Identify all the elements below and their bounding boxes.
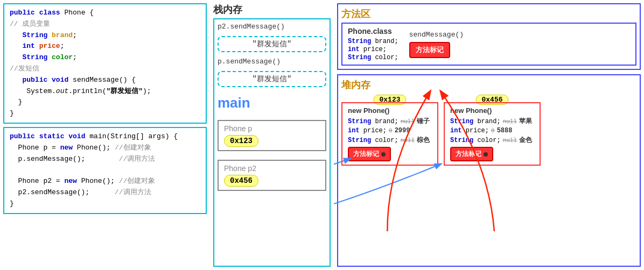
heap-obj1-method-badge: 方法标记 [348,147,391,161]
frame-p2-addr: 0x456 [224,175,258,187]
heap-area-title: 堆内存 [341,79,636,91]
main-label: main [218,95,326,111]
stack-frame-p: Phone p 0x0x123123 [218,120,326,151]
method-field1: String brand; [348,38,398,45]
heap-obj2-title: new Phone() [450,106,534,115]
method-class-block: Phone.class String brand; int price; Str… [348,27,398,61]
stack-bubble2: "群发短信" [218,71,326,87]
heap-obj2-field2: int price; 0 5888 [450,127,534,134]
heap-obj2: new Phone() String brand; null 苹果 int pr… [444,102,541,166]
method-area-title: 方法区 [341,8,636,20]
main-close: } [10,198,200,210]
left-panel: public class Phone { // 成员变量 String bran… [0,0,210,270]
method-fields: String brand; int price; String color; [348,38,398,61]
heap-obj2-field1: String brand; null 苹果 [450,117,534,126]
heap-obj1: new Phone() String brand; null 锤子 int pr… [341,102,438,166]
heap-obj2-method-badge: 方法标记 [450,147,493,161]
stack-call2: p.sendMessage() [218,58,326,66]
code-method1: public void sendMessage() { [10,75,200,86]
method-area-inner: Phone.class String brand; int price; Str… [341,23,636,66]
heap-obj1-title: new Phone() [348,106,432,115]
heap-obj1-field3: String color; null 棕色 [348,136,432,145]
dot-connector2 [484,152,488,157]
heap-obj1-wrapper: 0x123 new Phone() String brand; null 锤子 … [341,102,438,166]
method-area: 方法区 Phone.class String brand; int price;… [337,3,641,70]
heap-obj2-field3: String color; null 金色 [450,136,534,145]
class-code-box: public class Phone { // 成员变量 String bran… [3,3,207,124]
heap-obj2-fields: String brand; null 苹果 int price; 0 5888 … [450,117,534,145]
main-line3: p.sendMessage(); //调用方法 [10,154,200,165]
code-brace2: } [10,108,200,119]
main-line1: public static void main(String[] args) { [10,131,200,143]
method-field2: int price; [348,46,398,53]
method-field3: String color; [348,54,398,61]
method-name: sendMessage() [409,31,464,39]
frame-p2-title: Phone p2 [224,164,320,173]
code-brace1: } [10,97,200,108]
code-field3: String color; [10,52,200,63]
stack-bubble1: "群发短信" [218,36,326,52]
method-area-badge: 方法标记 [409,42,450,58]
main-line2: Phone p = new Phone(); //创建对象 [10,143,200,154]
heap-objects: 0x123 new Phone() String brand; null 锤子 … [341,94,636,166]
middle-panel: 栈内存 p2.sendMessage() "群发短信" p.sendMessag… [210,0,334,270]
kw-class: class [39,9,60,17]
code-field1: String brand; [10,30,200,41]
heap-obj1-fields: String brand; null 锤子 int price; 0 2999 … [348,117,432,145]
code-comment1: // 成员变量 [10,19,200,30]
heap-obj1-field2: int price; 0 2999 [348,127,432,134]
dot-connector1 [381,152,386,157]
kw-public: public [10,9,35,17]
main-code-box: public static void main(String[] args) {… [3,127,207,214]
main-line4: Phone p2 = new Phone(); //创建对象 [10,176,200,187]
heap-area: 堆内存 0x123 new Phone() String brand; null… [337,74,641,267]
main-spacer [10,165,200,176]
right-panel: 方法区 Phone.class String brand; int price;… [334,0,644,270]
stack-title: 栈内存 [213,3,331,16]
code-field2: int price; [10,41,200,52]
heap-obj1-field1: String brand; null 锤子 [348,117,432,126]
stack-frame-p2: Phone p2 0x456 [218,160,326,191]
method-right-block: sendMessage() 方法标记 [409,31,464,58]
frame-p-title: Phone p [224,124,320,133]
main-line5: p2.sendMessage(); //调用方法 [10,187,200,198]
stack-outer: p2.sendMessage() "群发短信" p.sendMessage() … [213,18,331,267]
code-method2: System.out.println("群发短信"); [10,86,200,97]
method-class-title: Phone.class [348,27,398,35]
stack-call1: p2.sendMessage() [218,23,326,31]
heap-obj2-wrapper: 0x456 new Phone() String brand; null 苹果 … [444,102,541,166]
code-line: public class Phone { [10,8,200,19]
code-comment2: //发短信 [10,63,200,75]
frame-p-addr: 0x0x123123 [224,135,258,147]
